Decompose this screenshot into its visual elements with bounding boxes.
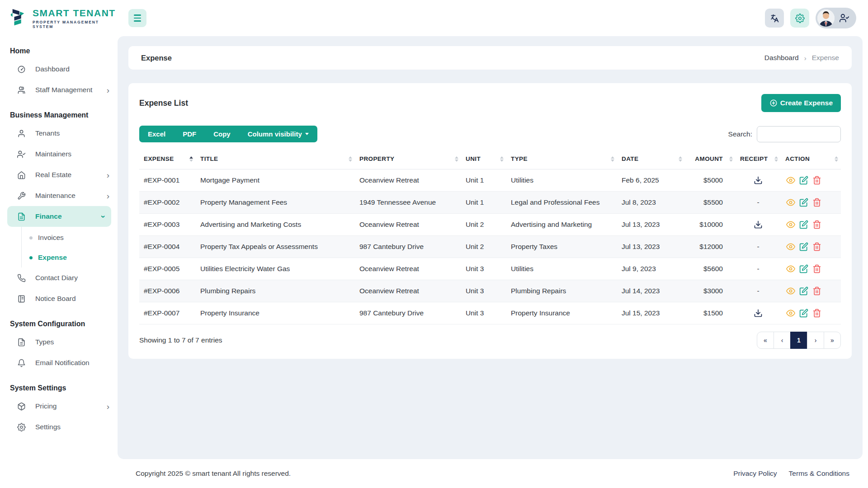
actions-cell <box>781 280 841 302</box>
expense-date: Jul 13, 2023 <box>617 236 685 258</box>
expense-title: Property Tax Appeals or Assessments <box>196 236 355 258</box>
delete-expense-button[interactable] <box>811 197 822 208</box>
sidebar-item-email-notification[interactable]: Email Notification <box>0 352 118 373</box>
sidebar-item-types[interactable]: Types <box>0 332 118 352</box>
delete-expense-button[interactable] <box>811 175 822 186</box>
sidebar-item-tenants[interactable]: Tenants <box>0 123 118 144</box>
export-button-group: Excel PDF Copy Column visibility <box>139 126 317 142</box>
view-expense-button[interactable] <box>785 241 796 252</box>
edit-expense-button[interactable] <box>798 263 809 274</box>
column-header-amount[interactable]: Amount <box>685 149 736 169</box>
delete-expense-button[interactable] <box>811 308 822 319</box>
edit-icon <box>799 198 808 207</box>
sidebar-item-maintenance[interactable]: Maintenance › <box>0 185 118 206</box>
entries-summary: Showing 1 to 7 of 7 entries <box>139 336 222 344</box>
download-receipt-button[interactable] <box>753 308 764 319</box>
profile-menu-button[interactable] <box>816 8 856 28</box>
chevron-right-icon: › <box>107 192 109 200</box>
view-expense-button[interactable] <box>785 308 796 319</box>
sidebar-item-pricing[interactable]: Pricing › <box>0 396 118 417</box>
settings-quick-button[interactable] <box>790 9 809 28</box>
column-header-type[interactable]: Type <box>506 149 617 169</box>
sidebar-item-staff-management[interactable]: Staff Management › <box>0 80 118 100</box>
breadcrumb: Dashboard › Expense <box>764 54 839 62</box>
caret-down-icon <box>305 133 309 135</box>
column-header-action[interactable]: Action <box>781 149 841 169</box>
view-expense-button[interactable] <box>785 263 796 274</box>
sidebar-item-contact-diary[interactable]: Contact Diary <box>0 267 118 288</box>
column-header-receipt[interactable]: Receipt <box>736 149 781 169</box>
edit-expense-button[interactable] <box>798 175 809 186</box>
edit-expense-button[interactable] <box>798 197 809 208</box>
copy-button[interactable]: Copy <box>205 126 239 142</box>
export-excel-button[interactable]: Excel <box>139 126 174 142</box>
sidebar-subitem-expense[interactable]: Expense <box>22 248 118 267</box>
language-switcher-button[interactable] <box>765 9 784 28</box>
create-expense-button[interactable]: Create Expense <box>761 94 841 112</box>
gear-icon <box>17 423 26 432</box>
section-title-home: Home <box>0 36 118 59</box>
bullet-icon <box>29 256 33 259</box>
edit-expense-button[interactable] <box>798 308 809 319</box>
delete-expense-button[interactable] <box>811 286 822 296</box>
breadcrumb-dashboard-link[interactable]: Dashboard <box>764 54 799 62</box>
column-header-expense[interactable]: Expense <box>139 149 196 169</box>
edit-expense-button[interactable] <box>798 286 809 296</box>
expense-table: Expense Title Property Unit Type Date Am… <box>139 149 841 324</box>
actions-cell <box>781 302 841 324</box>
pagination-last-button[interactable]: » <box>824 332 841 349</box>
brand-logo[interactable]: SMART TENANT PROPERTY MANAGEMENT SYSTEM <box>0 0 118 36</box>
no-receipt-dash: - <box>757 265 759 272</box>
expense-date: Jul 8, 2023 <box>617 192 685 214</box>
view-expense-button[interactable] <box>785 197 796 208</box>
terms-conditions-link[interactable]: Terms & Conditions <box>789 469 849 478</box>
download-receipt-button[interactable] <box>753 175 764 186</box>
pagination-next-button[interactable]: › <box>807 332 824 349</box>
privacy-policy-link[interactable]: Privacy Policy <box>733 469 777 478</box>
expense-amount: $5000 <box>685 169 736 192</box>
sidebar: SMART TENANT PROPERTY MANAGEMENT SYSTEM … <box>0 0 118 488</box>
search-input[interactable] <box>757 126 841 142</box>
sidebar-item-dashboard[interactable]: Dashboard <box>0 59 118 80</box>
column-header-unit[interactable]: Unit <box>461 149 506 169</box>
section-title-system-configuration: System Configuration <box>0 309 118 332</box>
chevron-down-icon: › <box>99 215 108 218</box>
actions-cell <box>781 258 841 280</box>
expense-date: Jul 15, 2023 <box>617 302 685 324</box>
sidebar-item-real-estate[interactable]: Real Estate › <box>0 164 118 185</box>
export-pdf-button[interactable]: PDF <box>174 126 205 142</box>
pagination-page-1-button[interactable]: 1 <box>790 332 807 349</box>
pagination-prev-button[interactable]: ‹ <box>774 332 791 349</box>
delete-expense-button[interactable] <box>811 219 822 230</box>
delete-expense-button[interactable] <box>811 263 822 274</box>
expense-id: #EXP-0005 <box>139 258 196 280</box>
view-expense-button[interactable] <box>785 286 796 296</box>
delete-expense-button[interactable] <box>811 241 822 252</box>
pagination-first-button[interactable]: « <box>757 332 774 349</box>
file-invoice-icon <box>17 212 26 221</box>
sidebar-item-maintainers[interactable]: Maintainers <box>0 144 118 164</box>
column-header-title[interactable]: Title <box>196 149 355 169</box>
edit-expense-button[interactable] <box>798 241 809 252</box>
sidebar-item-settings[interactable]: Settings <box>0 417 118 437</box>
expense-property: Oceanview Retreat <box>355 258 461 280</box>
edit-icon <box>799 286 808 296</box>
view-expense-button[interactable] <box>785 175 796 186</box>
download-receipt-button[interactable] <box>753 219 764 230</box>
edit-expense-button[interactable] <box>798 219 809 230</box>
view-expense-button[interactable] <box>785 219 796 230</box>
column-header-property[interactable]: Property <box>355 149 461 169</box>
sort-icon <box>729 156 733 162</box>
expense-unit: Unit 2 <box>461 214 506 236</box>
expense-title: Mortgage Payment <box>196 169 355 192</box>
sidebar-item-finance[interactable]: Finance › <box>7 206 111 227</box>
trash-icon <box>812 220 821 229</box>
footer: Copyright 2025 © smart tenant All rights… <box>118 459 868 488</box>
sidebar-subitem-invoices[interactable]: Invoices <box>22 228 118 248</box>
sidebar-item-notice-board[interactable]: Notice Board <box>0 288 118 309</box>
expense-table-body: #EXP-0001Mortgage PaymentOceanview Retre… <box>139 169 841 324</box>
sidebar-toggle-button[interactable] <box>128 9 146 27</box>
breadcrumb-separator: › <box>804 54 807 62</box>
column-visibility-dropdown[interactable]: Column visibility <box>239 126 317 142</box>
column-header-date[interactable]: Date <box>617 149 685 169</box>
